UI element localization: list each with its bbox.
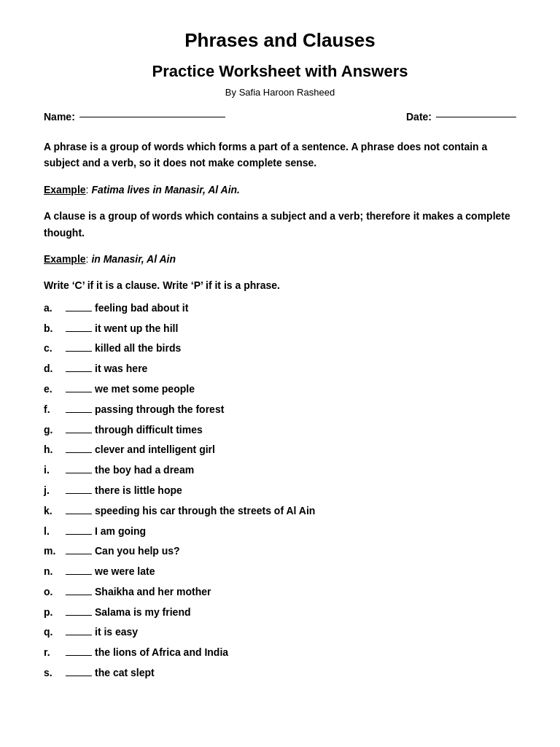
item-letter: l.: [44, 523, 66, 541]
list-item: f.passing through the forest: [44, 401, 516, 419]
list-item: o.Shaikha and her mother: [44, 584, 516, 601]
item-letter: d.: [44, 360, 66, 378]
item-blank[interactable]: [66, 655, 92, 656]
item-letter: r.: [44, 644, 66, 662]
definition-phrase: A phrase is a group of words which forms…: [44, 139, 516, 171]
item-text: there is little hope: [95, 482, 182, 500]
author: By Safia Haroon Rasheed: [44, 87, 516, 98]
item-blank[interactable]: [66, 554, 92, 554]
list-item: q.it is easy: [44, 624, 516, 641]
item-blank[interactable]: [66, 473, 92, 473]
date-label: Date:: [406, 111, 432, 123]
item-blank[interactable]: [66, 493, 92, 494]
exercise-list: a.feeling bad about itb.it went up the h…: [44, 300, 516, 682]
item-blank[interactable]: [66, 635, 92, 635]
date-line: [436, 117, 516, 117]
item-text: clever and intelligent girl: [95, 441, 215, 459]
item-blank[interactable]: [66, 311, 92, 311]
item-blank[interactable]: [66, 331, 92, 332]
item-text: it is easy: [95, 624, 138, 641]
item-blank[interactable]: [66, 433, 92, 433]
list-item: g.through difficult times: [44, 422, 516, 439]
item-text: it went up the hill: [95, 320, 178, 338]
item-blank[interactable]: [66, 534, 92, 535]
item-blank[interactable]: [66, 452, 92, 453]
name-line: [79, 117, 225, 117]
item-letter: c.: [44, 340, 66, 357]
item-blank[interactable]: [66, 392, 92, 392]
list-item: n.we were late: [44, 563, 516, 581]
item-blank[interactable]: [66, 412, 92, 413]
instructions: Write ‘C’ if it is a clause. Write ‘P’ i…: [44, 277, 516, 293]
definition-clause: A clause is a group of words which conta…: [44, 208, 516, 241]
list-item: m.Can you help us?: [44, 543, 516, 560]
item-text: passing through the forest: [95, 401, 224, 419]
list-item: p.Salama is my friend: [44, 604, 516, 622]
name-field: Name:: [44, 111, 225, 123]
definition-clause-text: A clause is a group of words which conta…: [44, 210, 510, 238]
item-letter: n.: [44, 563, 66, 581]
item-blank[interactable]: [66, 676, 92, 676]
list-item: h.clever and intelligent girl: [44, 441, 516, 459]
item-letter: f.: [44, 401, 66, 419]
item-letter: g.: [44, 422, 66, 439]
item-text: we were late: [95, 563, 155, 581]
date-field: Date:: [406, 111, 516, 123]
item-text: the boy had a dream: [95, 462, 194, 479]
item-blank[interactable]: [66, 595, 92, 595]
item-blank[interactable]: [66, 371, 92, 372]
list-item: b.it went up the hill: [44, 320, 516, 338]
item-text: the lions of Africa and India: [95, 644, 228, 662]
list-item: k.speeding his car through the streets o…: [44, 503, 516, 520]
item-letter: o.: [44, 584, 66, 601]
list-item: j.there is little hope: [44, 482, 516, 500]
example-phrase-block: Example: Fatima lives in Manasir, Al Ain…: [44, 182, 516, 198]
item-letter: k.: [44, 503, 66, 520]
main-title: Phrases and Clauses: [44, 29, 516, 52]
list-item: i.the boy had a dream: [44, 462, 516, 479]
item-text: the cat slept: [95, 665, 155, 682]
sub-title: Practice Worksheet with Answers: [44, 62, 516, 81]
list-item: r.the lions of Africa and India: [44, 644, 516, 662]
item-text: Salama is my friend: [95, 604, 191, 622]
item-letter: q.: [44, 624, 66, 641]
item-text: speeding his car through the streets of …: [95, 503, 315, 520]
page: Phrases and Clauses Practice Worksheet w…: [0, 0, 560, 747]
item-text: feeling bad about it: [95, 300, 188, 317]
example-label-1: Example: [44, 184, 86, 196]
item-blank[interactable]: [66, 615, 92, 616]
example-clause-block: Example: in Manasir, Al Ain: [44, 251, 516, 267]
list-item: e.we met some people: [44, 381, 516, 398]
item-text: it was here: [95, 360, 147, 378]
item-blank[interactable]: [66, 574, 92, 575]
item-letter: j.: [44, 482, 66, 500]
item-blank[interactable]: [66, 351, 92, 352]
item-text: Can you help us?: [95, 543, 180, 560]
item-letter: s.: [44, 665, 66, 682]
name-label: Name:: [44, 111, 75, 123]
item-text: Shaikha and her mother: [95, 584, 211, 601]
item-text: we met some people: [95, 381, 195, 398]
item-letter: m.: [44, 543, 66, 560]
list-item: a.feeling bad about it: [44, 300, 516, 317]
item-text: killed all the birds: [95, 340, 181, 357]
name-date-row: Name: Date:: [44, 111, 516, 123]
item-letter: b.: [44, 320, 66, 338]
item-letter: h.: [44, 441, 66, 459]
item-letter: p.: [44, 604, 66, 622]
example-label-2: Example: [44, 253, 86, 265]
definition-phrase-text: A phrase is a group of words which forms…: [44, 141, 487, 169]
item-blank[interactable]: [66, 514, 92, 514]
item-letter: e.: [44, 381, 66, 398]
item-text: through difficult times: [95, 422, 203, 439]
list-item: d.it was here: [44, 360, 516, 378]
list-item: l.I am going: [44, 523, 516, 541]
item-letter: i.: [44, 462, 66, 479]
example-text-2: in Manasir, Al Ain: [91, 253, 176, 265]
item-text: I am going: [95, 523, 146, 541]
item-letter: a.: [44, 300, 66, 317]
list-item: c.killed all the birds: [44, 340, 516, 357]
list-item: s.the cat slept: [44, 665, 516, 682]
example-text-1: Fatima lives in Manasir, Al Ain.: [91, 184, 240, 196]
